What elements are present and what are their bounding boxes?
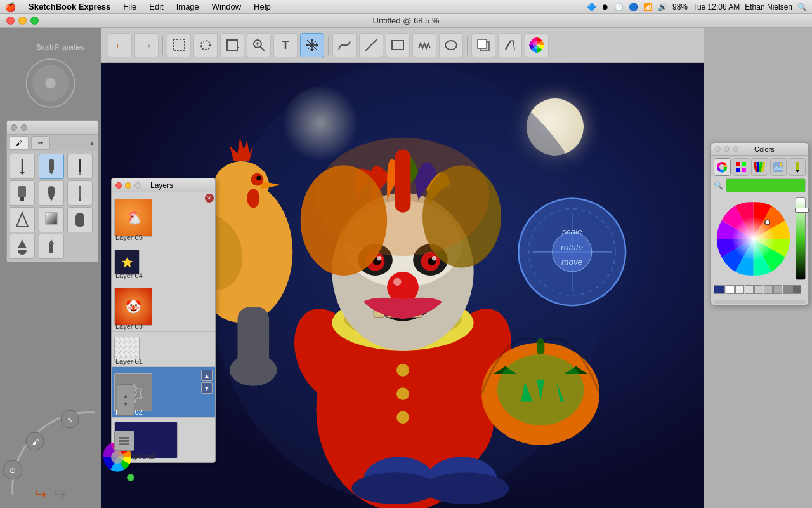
menu-help[interactable]: Help [249, 1, 276, 13]
tool-text[interactable]: T [273, 33, 298, 57]
bottom-left-tools: ⊙ 🖌 ↖ ↩ ↪ ▲ ▼ [0, 381, 140, 508]
layers-max[interactable] [134, 182, 141, 189]
layer-label-05: Layer 05 [115, 234, 143, 241]
tool-tab-pencil[interactable]: ✏ [31, 136, 50, 150]
tool-color-wheel[interactable] [525, 33, 549, 57]
brush-size-indicator[interactable] [24, 57, 78, 110]
undo-bottom-button[interactable]: ↩ [35, 486, 46, 503]
layer-02-up[interactable]: ▲ [201, 370, 213, 381]
layer-label-01: Layer 01 [115, 358, 143, 365]
tool-select-lasso[interactable] [193, 33, 218, 57]
layer-item-01[interactable]: Layer 01 [112, 332, 215, 367]
tool-scroll-up[interactable]: ▲ [89, 136, 95, 150]
scroll-nav[interactable]: ▲ ▼ [117, 384, 134, 416]
maximize-button[interactable] [30, 17, 39, 25]
tool-select-rect[interactable] [167, 33, 191, 57]
tool-fill[interactable] [10, 234, 35, 259]
layer-item-03[interactable]: 🤡 Layer 03 [112, 281, 215, 332]
menu-app-name[interactable]: SketchBook Express [23, 1, 115, 13]
tool-ellipse[interactable] [439, 33, 463, 57]
undo-button[interactable]: ← [108, 33, 132, 57]
svg-point-120 [765, 220, 770, 225]
apple-menu[interactable]: 🍎 [5, 2, 16, 12]
swatch-gray3[interactable] [792, 285, 801, 294]
tool-crop[interactable] [220, 33, 244, 57]
tool-stroke1[interactable] [332, 33, 357, 57]
swatch-blue-dark[interactable] [714, 285, 725, 294]
layer-label-03: Layer 03 [115, 323, 143, 330]
redo-button[interactable]: → [134, 33, 159, 57]
swatch-white5[interactable] [764, 285, 773, 294]
tool-eraser[interactable] [67, 180, 93, 206]
menu-edit[interactable]: Edit [144, 1, 168, 13]
colors-min[interactable] [724, 146, 730, 152]
tool-transform[interactable] [300, 33, 324, 57]
tool-rect-shape[interactable] [386, 33, 410, 57]
layer-item-04[interactable]: ⭐ Layer 04 [112, 243, 215, 281]
layers-min[interactable] [125, 182, 131, 189]
colors-close[interactable] [715, 146, 721, 152]
menubar-wifi: 📶 [643, 3, 653, 11]
brightness-handle[interactable] [795, 208, 809, 213]
tool-gradient[interactable] [39, 207, 64, 232]
layers-close[interactable] [115, 182, 122, 189]
svg-rect-108 [736, 168, 740, 172]
layer-02-down[interactable]: ▼ [201, 382, 213, 394]
menubar-time-machine: 🕐 [614, 3, 624, 11]
tool-paint2[interactable] [39, 234, 64, 259]
color-wheel[interactable] [714, 197, 793, 280]
tool-pencil[interactable] [10, 154, 35, 179]
color-preview-swatch[interactable] [726, 178, 806, 192]
tool-paint-can[interactable] [67, 207, 93, 232]
layer-item-05[interactable]: 🐔 Layer 05 ✕ [112, 192, 215, 243]
svg-point-37 [445, 41, 457, 50]
color-tab-grid[interactable] [733, 158, 750, 176]
swatch-white4[interactable] [754, 285, 763, 294]
redo-bottom-button[interactable]: ↪ [54, 486, 65, 503]
menu-file[interactable]: File [118, 1, 141, 13]
tool-blob[interactable] [39, 180, 64, 206]
color-tab-swatches[interactable] [751, 158, 768, 176]
swatch-gray1[interactable] [773, 285, 782, 294]
tool-smudge[interactable] [10, 180, 35, 206]
tool-copy[interactable] [471, 33, 495, 57]
swatch-white3[interactable] [745, 285, 754, 294]
menu-image[interactable]: Image [171, 1, 204, 13]
swatch-white1[interactable] [726, 285, 735, 294]
close-button[interactable] [6, 17, 15, 25]
tool-wave[interactable] [412, 33, 436, 57]
menu-window[interactable]: Window [207, 1, 246, 13]
swatch-white2[interactable] [735, 285, 744, 294]
layer-close-05[interactable]: ✕ [205, 194, 214, 203]
svg-rect-5 [49, 159, 54, 171]
swatches-scrollbar[interactable] [714, 300, 806, 304]
tool-panel-header [7, 121, 98, 135]
swatches-divider [714, 298, 806, 298]
colors-max[interactable] [733, 146, 738, 152]
tool-tab-brush[interactable]: 🖌 [10, 136, 29, 150]
color-swatches [711, 283, 808, 297]
right-panel: Colors [704, 28, 812, 508]
tool-triangle[interactable] [10, 207, 35, 232]
menubar-right: 🔷 ⏺ 🕐 🔵 📶 🔊 98% Tue 12:06 AM Ethan Niels… [587, 3, 807, 11]
search-icon[interactable]: 🔍 [714, 181, 723, 190]
tb-divider1 [162, 36, 163, 55]
tool-marker[interactable] [39, 154, 64, 179]
tool-line[interactable] [359, 33, 383, 57]
menubar-search[interactable]: 🔍 [797, 3, 807, 11]
minimize-button[interactable] [18, 17, 27, 25]
color-tab-pencil[interactable] [789, 158, 806, 176]
brightness-slider[interactable] [796, 197, 806, 280]
svg-rect-18 [49, 244, 53, 253]
svg-rect-130 [119, 440, 129, 442]
tool-airbrush[interactable] [67, 154, 93, 179]
svg-text:⊙: ⊙ [10, 466, 16, 475]
color-tab-image[interactable] [770, 158, 787, 176]
tool-brush-style[interactable] [498, 33, 522, 57]
tool-zoom[interactable] [247, 33, 271, 57]
swatch-gray2[interactable] [783, 285, 792, 294]
color-tab-wheel[interactable] [714, 158, 731, 176]
svg-rect-9 [18, 186, 26, 197]
layer-thumb-04: ⭐ [114, 250, 140, 275]
layers-toggle-button[interactable] [114, 431, 134, 451]
